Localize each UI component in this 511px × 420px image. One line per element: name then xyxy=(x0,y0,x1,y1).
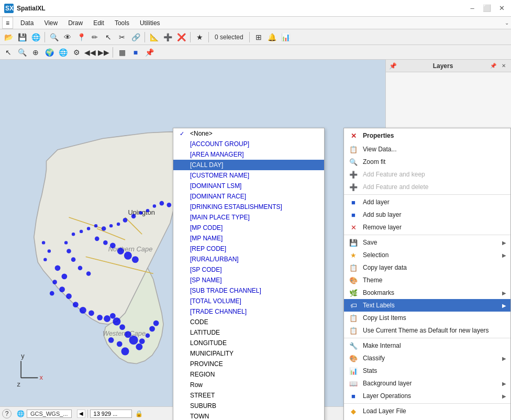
toolbar-add-btn[interactable]: ➕ xyxy=(161,31,174,43)
scroll-left-btn[interactable]: ◀ xyxy=(77,410,85,418)
toolbar2-fwd-btn[interactable]: ▶▶ xyxy=(97,46,110,59)
ctx-background-layer[interactable]: 📖 Background layer ▶ xyxy=(344,377,510,390)
dropdown-item-7[interactable]: [MAIN PLACE TYPE] xyxy=(173,212,324,223)
dropdown-item-18[interactable]: LATITUDE xyxy=(173,327,324,338)
dropdown-item-14[interactable]: [SUB TRADE CHANNEL] xyxy=(173,285,324,296)
dropdown-item-5[interactable]: [DOMINANT RACE] xyxy=(173,191,324,202)
toolbar2-zoomplus-btn[interactable]: ⊕ xyxy=(29,46,42,59)
dropdown-item-17[interactable]: CODE xyxy=(173,317,324,327)
menu-utilities[interactable]: Utilities xyxy=(135,17,165,29)
dropdown-item-23[interactable]: Row xyxy=(173,380,324,390)
menu-edit[interactable]: Edit xyxy=(88,17,109,29)
toolbar-chart-btn[interactable]: 📊 xyxy=(280,31,292,43)
ctx-layer-operations[interactable]: ■ Layer Operations ▶ xyxy=(344,390,510,402)
toolbar2-bookmark-btn[interactable]: 📌 xyxy=(143,46,155,59)
crs-button[interactable]: 🌐 GCS_WGS_... xyxy=(14,410,75,418)
toolbar-cursor-btn[interactable]: ↖ xyxy=(102,31,115,43)
dropdown-item-12[interactable]: [SP CODE] xyxy=(173,264,324,275)
toolbar2-gear-btn[interactable]: ⚙ xyxy=(70,46,83,59)
toolbar-globe-btn[interactable]: 🌐 xyxy=(29,31,42,43)
toolbar2-back-btn[interactable]: ◀◀ xyxy=(84,46,96,59)
toolbar-search-btn[interactable]: 🔍 xyxy=(48,31,60,43)
toolbar2-globe2-btn[interactable]: 🌐 xyxy=(57,46,69,59)
toolbar-remove-btn[interactable]: ❌ xyxy=(175,31,187,43)
ctx-copy-list[interactable]: 📋 Copy List Items xyxy=(344,312,510,324)
ctx-copy-layer-data[interactable]: 📋 Copy layer data xyxy=(344,261,510,274)
menu-data[interactable]: Data xyxy=(15,17,39,29)
toolbar2-grid-btn[interactable]: ▦ xyxy=(116,46,128,59)
toolbar2-globe1-btn[interactable]: 🌍 xyxy=(43,46,55,59)
ctx-properties[interactable]: ✕ Properties xyxy=(344,128,510,143)
ctx-active[interactable]: ✓ Active xyxy=(344,417,510,420)
ctx-stats[interactable]: 📊 Stats xyxy=(344,364,510,377)
dropdown-item-4[interactable]: [DOMINANT LSM] xyxy=(173,181,324,191)
dropdown-item-6[interactable]: [DRINKING ESTABLISHMENTS] xyxy=(173,202,324,212)
menu-draw[interactable]: Draw xyxy=(63,17,88,29)
toolbar-cut-btn[interactable]: ✂ xyxy=(116,31,128,43)
toolbar-open-btn[interactable]: 📂 xyxy=(2,31,15,43)
lock-button[interactable]: 🔒 xyxy=(134,408,145,419)
close-button[interactable]: ✕ xyxy=(496,3,507,14)
toolbar-secondary: ↖ 🔍 ⊕ 🌍 🌐 ⚙ ◀◀ ▶▶ ▦ ■ 📌 xyxy=(0,45,511,60)
dropdown-item-25[interactable]: SUBURB xyxy=(173,401,324,411)
ctx-zoom-fit[interactable]: 🔍 Zoom fit xyxy=(344,156,510,168)
dropdown-item-15[interactable]: [TOTAL VOLUME] xyxy=(173,296,324,306)
toolbar-pen-btn[interactable]: ✏ xyxy=(88,31,101,43)
svg-text:Western Cape: Western Cape xyxy=(103,329,146,337)
menu-tools[interactable]: Tools xyxy=(109,17,135,29)
ctx-add-layer[interactable]: ■ Add layer xyxy=(344,196,510,208)
dropdown-item-26[interactable]: TOWN xyxy=(173,411,324,420)
field-dropdown[interactable]: ✓ <None> [ACCOUNT GROUP] [AREA MANAGER] … xyxy=(173,128,325,420)
toolbar-link-btn[interactable]: 🔗 xyxy=(129,31,142,43)
dropdown-item-20[interactable]: MUNICIPALITY xyxy=(173,348,324,359)
ctx-view-data[interactable]: 📋 View Data... xyxy=(344,143,510,156)
maximize-button[interactable]: ⬜ xyxy=(482,3,492,14)
toolbar-eye-btn[interactable]: 👁 xyxy=(61,31,74,43)
toolbar-measure-btn[interactable]: 📐 xyxy=(148,31,160,43)
ctx-bookmarks[interactable]: 🌿 Bookmarks ▶ xyxy=(344,286,510,299)
dropdown-item-13[interactable]: [SP NAME] xyxy=(173,275,324,285)
menu-special-tab[interactable]: ≡ xyxy=(2,17,13,29)
dropdown-item-24[interactable]: STREET xyxy=(173,390,324,401)
dropdown-item-8[interactable]: [MP CODE] xyxy=(173,223,324,233)
ctx-selection[interactable]: ★ Selection ▶ xyxy=(344,249,510,261)
svg-point-30 xyxy=(108,337,114,343)
dropdown-item-0[interactable]: [ACCOUNT GROUP] xyxy=(173,139,324,149)
ctx-theme[interactable]: 🎨 Theme xyxy=(344,274,510,286)
menu-chevron-icon[interactable]: ⌄ xyxy=(505,20,511,26)
toolbar2-square-btn[interactable]: ■ xyxy=(129,46,142,59)
context-menu[interactable]: ✕ Properties 📋 View Data... 🔍 Zoom fit ➕… xyxy=(343,128,511,420)
dropdown-item-2[interactable]: [CALL DAY] xyxy=(173,160,324,170)
ctx-add-sub-layer[interactable]: ■ Add sub layer xyxy=(344,208,510,221)
ctx-use-theme-default[interactable]: 📋 Use Current Theme as Default for new l… xyxy=(344,324,510,337)
dropdown-item-11[interactable]: [RURAL/URBAN] xyxy=(173,254,324,264)
ctx-load-layer-file[interactable]: ◆ Load Layer File xyxy=(344,405,510,417)
dropdown-item-21[interactable]: PROVINCE xyxy=(173,359,324,369)
toolbar2-cursor-btn[interactable]: ↖ xyxy=(2,46,15,59)
ctx-remove-layer[interactable]: ✕ Remove layer xyxy=(344,221,510,234)
dropdown-item-19[interactable]: LONGITUDE xyxy=(173,338,324,348)
dropdown-item-16[interactable]: [TRADE CHANNEL] xyxy=(173,306,324,317)
menu-view[interactable]: View xyxy=(39,17,63,29)
dropdown-item-22[interactable]: REGION xyxy=(173,369,324,380)
layers-pin-icon[interactable]: 📌 xyxy=(489,62,497,70)
toolbar-save-btn[interactable]: 💾 xyxy=(16,31,28,43)
toolbar-table-btn[interactable]: ⊞ xyxy=(252,31,265,43)
ctx-classify[interactable]: 🎨 Classify ▶ xyxy=(344,352,510,364)
layers-close-icon[interactable]: ✕ xyxy=(499,62,508,70)
ctx-save[interactable]: 💾 Save ▶ xyxy=(344,236,510,249)
minimize-button[interactable]: – xyxy=(467,3,477,14)
dropdown-item-10[interactable]: [REP CODE] xyxy=(173,244,324,254)
ctx-view-data-icon: 📋 xyxy=(348,145,359,153)
toolbar-alert-btn[interactable]: 🔔 xyxy=(266,31,279,43)
dropdown-item-1[interactable]: [AREA MANAGER] xyxy=(173,149,324,160)
dropdown-item-9[interactable]: [MP NAME] xyxy=(173,233,324,244)
ctx-text-labels[interactable]: 🏷 Text Labels ▶ xyxy=(344,299,510,312)
toolbar-star-btn[interactable]: ★ xyxy=(193,31,206,43)
toolbar2-zoom-btn[interactable]: 🔍 xyxy=(16,46,28,59)
ctx-make-internal[interactable]: 🔧 Make Internal xyxy=(344,339,510,352)
toolbar-pin-btn[interactable]: 📍 xyxy=(75,31,87,43)
dropdown-none[interactable]: ✓ <None> xyxy=(173,128,324,139)
help-button[interactable]: ? xyxy=(2,409,12,418)
dropdown-item-3[interactable]: [CUSTOMER NAME] xyxy=(173,170,324,181)
